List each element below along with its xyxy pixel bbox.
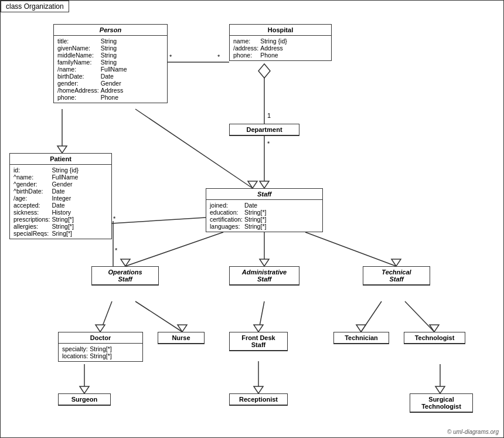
- class-person: Person title:String givenName:String mid…: [53, 24, 168, 103]
- class-technical-staff-header: Technical Staff: [363, 267, 430, 285]
- class-surgical-technologist: Surgical Technologist: [410, 393, 473, 413]
- svg-marker-31: [356, 325, 366, 332]
- class-surgical-technologist-header: Surgical Technologist: [410, 394, 472, 412]
- class-patient: Patient id:String {id} ^name:FullName ^g…: [9, 153, 112, 239]
- svg-marker-11: [57, 146, 67, 153]
- class-staff-header: Staff: [206, 189, 322, 200]
- class-technologist: Technologist: [404, 332, 465, 344]
- copyright: © uml-diagrams.org: [447, 429, 499, 435]
- class-technician-header: Technician: [334, 332, 389, 344]
- class-front-desk-staff-header: Front Desk Staff: [230, 332, 287, 351]
- class-patient-body: id:String {id} ^name:FullName ^gender:Ge…: [10, 165, 111, 239]
- svg-marker-5: [258, 64, 270, 78]
- class-technical-staff: Technical Staff: [363, 266, 430, 286]
- class-technician: Technician: [333, 332, 389, 344]
- svg-text:*: *: [113, 215, 116, 222]
- svg-marker-35: [80, 386, 89, 393]
- class-surgeon-header: Surgeon: [59, 394, 110, 405]
- class-administrative-staff-header: Administrative Staff: [230, 267, 299, 285]
- class-operations-staff: Operations Staff: [91, 266, 159, 286]
- class-department: Department: [229, 124, 299, 136]
- class-doctor-header: Doctor: [59, 332, 142, 344]
- svg-marker-23: [391, 259, 401, 266]
- svg-text:*: *: [267, 140, 270, 147]
- svg-line-18: [125, 232, 223, 266]
- svg-line-24: [100, 301, 112, 332]
- svg-marker-21: [260, 259, 269, 266]
- class-operations-staff-header: Operations Staff: [92, 267, 158, 285]
- svg-marker-9: [260, 181, 269, 188]
- class-technologist-header: Technologist: [404, 332, 465, 344]
- svg-text:*: *: [115, 247, 118, 254]
- svg-marker-25: [96, 325, 105, 332]
- svg-marker-37: [254, 386, 263, 393]
- svg-line-26: [135, 301, 182, 332]
- diagram-container: class Organization * * 1 * * *: [0, 0, 504, 438]
- class-hospital: Hospital name:String {id} /address:Addre…: [229, 24, 332, 61]
- class-hospital-body: name:String {id} /address:Address phone:…: [230, 36, 331, 60]
- class-patient-header: Patient: [10, 154, 111, 165]
- svg-marker-29: [254, 325, 263, 332]
- class-hospital-header: Hospital: [230, 25, 331, 36]
- class-receptionist: Receptionist: [229, 393, 288, 406]
- svg-text:*: *: [169, 53, 172, 60]
- class-doctor-body: specialty:String[*] locations:String[*]: [59, 344, 142, 361]
- svg-text:*: *: [217, 53, 220, 60]
- svg-line-12: [135, 109, 253, 188]
- class-staff-body: joined:Date education:String[*] certific…: [206, 200, 322, 232]
- svg-line-32: [405, 301, 434, 332]
- svg-marker-19: [121, 259, 130, 266]
- class-doctor: Doctor specialty:String[*] locations:Str…: [58, 332, 143, 362]
- svg-marker-33: [430, 325, 439, 332]
- svg-line-28: [258, 301, 264, 332]
- class-receptionist-header: Receptionist: [230, 394, 287, 405]
- class-surgeon: Surgeon: [58, 393, 111, 406]
- svg-text:1: 1: [267, 112, 271, 119]
- svg-marker-13: [248, 181, 257, 188]
- svg-line-30: [361, 301, 382, 332]
- svg-line-14: [112, 218, 206, 223]
- class-person-body: title:String givenName:String middleName…: [54, 36, 167, 103]
- class-nurse: Nurse: [158, 332, 205, 344]
- class-person-header: Person: [54, 25, 167, 36]
- class-front-desk-staff: Front Desk Staff: [229, 332, 288, 351]
- svg-marker-27: [178, 325, 187, 332]
- class-administrative-staff: Administrative Staff: [229, 266, 299, 286]
- svg-marker-39: [435, 386, 445, 393]
- class-department-header: Department: [230, 124, 299, 135]
- class-staff: Staff joined:Date education:String[*] ce…: [206, 188, 323, 232]
- class-nurse-header: Nurse: [158, 332, 204, 344]
- svg-line-22: [305, 232, 396, 266]
- diagram-title: class Organization: [1, 1, 69, 12]
